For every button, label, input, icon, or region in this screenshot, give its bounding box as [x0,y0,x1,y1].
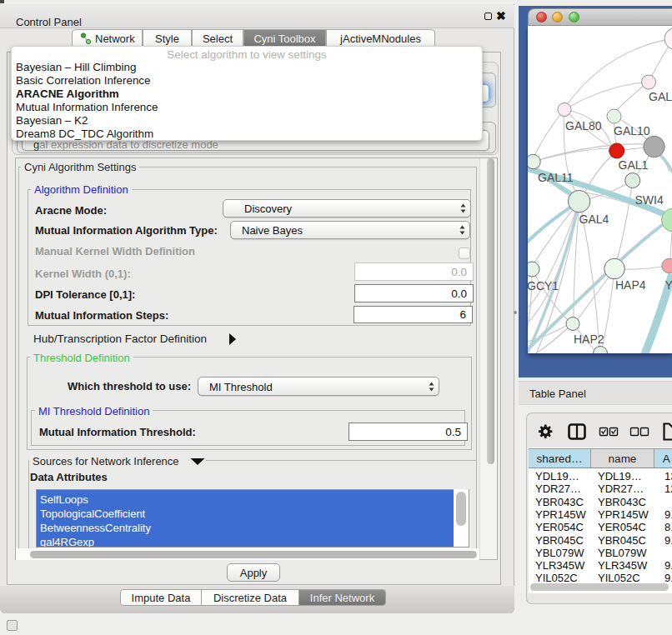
svg-text:GAL4: GAL4 [579,212,609,226]
svg-text:GCY1: GCY1 [528,279,559,292]
svg-text:GAL10: GAL10 [614,124,650,138]
svg-text:HAP2: HAP2 [574,332,604,346]
svg-text:GAL7: GAL7 [649,90,672,103]
svg-text:HAP4: HAP4 [615,278,646,292]
svg-text:SWI4: SWI4 [635,193,664,207]
svg-text:GAL1: GAL1 [619,158,649,172]
svg-text:YE: YE [665,278,672,292]
svg-text:GAL80: GAL80 [565,119,602,132]
svg-text:GAL11: GAL11 [538,171,574,184]
